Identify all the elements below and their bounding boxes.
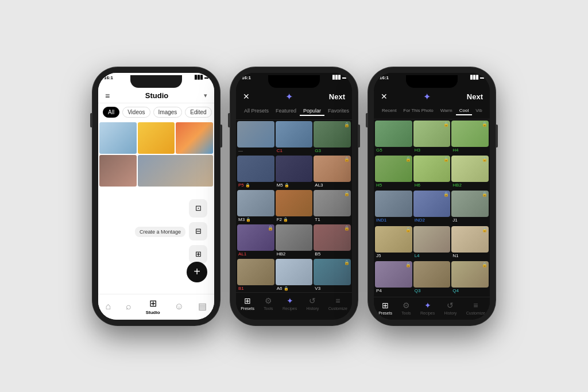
menu-icon[interactable]: ≡ [105,91,110,100]
preset-label-h6: H6 [413,182,451,188]
close-button-3[interactable]: ✕ [381,92,388,101]
preset-tab-vib[interactable]: Vib [472,107,485,115]
preset-thumb-h5: 🔒 [375,156,412,182]
dark-nav-history-3[interactable]: ↺ History [444,301,457,315]
grid-image-2[interactable] [138,122,175,154]
studio-dropdown-icon[interactable]: ▾ [204,92,207,99]
preset-tab-all[interactable]: All Presets [241,107,272,116]
nav-home[interactable]: ⌂ [106,301,111,312]
nav-emoji[interactable]: ☺ [175,301,184,312]
preset-item-h5[interactable]: 🔒 H5 [375,156,412,189]
tab-images[interactable]: Images [153,107,183,118]
presets-label-2: Presets [241,306,254,311]
next-button-2[interactable]: Next [329,92,345,101]
preset-item-f2[interactable]: F2 🔒 [276,190,313,223]
preset-thumb-al1: 🔒 [237,224,274,251]
preset-item-t1[interactable]: 🔒 T1 [314,190,351,223]
preset-item-al3[interactable]: 🔒 AL3 [314,156,351,189]
phone-1-bottom-nav: ⌂ ⌕ ⊞ Studio ☺ ▤ [98,294,214,320]
fab-area: ⊡ ⊟ ⊞ Create a Montage + [98,188,214,294]
nav-studio[interactable]: ⊞ Studio [146,298,160,315]
film-icon-btn[interactable]: ⊞ [189,245,207,263]
discover-icon: ▤ [198,301,207,312]
preset-item-m3[interactable]: M3 🔒 [237,190,274,223]
preset-item-ind1[interactable]: IND1 [375,191,412,224]
recipes-label-3: Recipes [420,311,435,315]
tab-all[interactable]: All [103,107,119,118]
preset-item-ind2[interactable]: 🔒 IND2 [413,191,451,224]
preset-item-p5[interactable]: P5 🔒 [237,156,274,189]
preset-item-b5[interactable]: 🔒 B5 [314,224,351,258]
preset-tab-warm[interactable]: Warm [437,107,456,115]
preset-item-q3[interactable]: Q3 [413,261,451,294]
preset-item-c1[interactable]: C1 [276,121,313,154]
phone-3-screen: 16:1 ▊▊▊ ▬ ✕ ✦ Next Recent For This Phot… [374,73,490,320]
nav-list[interactable]: ▤ [198,301,207,312]
nav-search[interactable]: ⌕ [126,301,131,312]
dark-nav-tools[interactable]: ⚙ Tools [264,296,273,311]
preset-item-a6[interactable]: A6 🔒 [276,259,313,292]
phone-1-screen: 16:1 ▊▊▊ ▬ ≡ Studio ▾ All Videos Images … [98,73,214,320]
status-icons-3: ▊▊▊ ▬ [470,75,484,80]
preset-thumb-m5 [276,156,313,182]
dark-nav-recipes-3[interactable]: ✦ Recipes [420,301,435,315]
preset-item-b1[interactable]: B1 [237,259,274,292]
dark-nav-presets[interactable]: ⊞ Presets [241,296,254,311]
scan-icon-btn[interactable]: ⊡ [189,199,207,218]
preset-item-l4[interactable]: L4 [413,226,451,259]
phone-3-bottom-nav: ⊞ Presets ⚙ Tools ✦ Recipes ↺ History ≡ [374,297,490,320]
preset-item-hb2[interactable]: HB2 [276,224,313,258]
preset-item-hb2-3[interactable]: 🔒 HB2 [451,156,489,189]
history-label-3: History [444,311,457,315]
preset-tabs-3: Recent For This Photo Warm Cool Vib [374,104,490,119]
preset-item-h4[interactable]: 🔒 H4 [451,121,489,154]
dark-nav-tools-3[interactable]: ⚙ Tools [401,301,411,315]
preset-item-v3[interactable]: 🔒 V3 [314,259,351,292]
dark-nav-customize[interactable]: ≡ Customize [328,296,347,311]
grid-image-5[interactable] [138,155,213,187]
preset-item-al1[interactable]: 🔒 AL1 [237,224,274,258]
preset-item-orig[interactable]: — [237,121,274,154]
tab-videos[interactable]: Videos [122,107,150,118]
grid-image-3[interactable] [176,122,213,154]
home-icon: ⌂ [106,301,111,312]
preset-item-n1[interactable]: 🔒 N1 [451,226,489,259]
dark-nav-history[interactable]: ↺ History [307,296,319,311]
preset-item-j1[interactable]: 🔒 J1 [451,191,489,224]
preset-item-h6[interactable]: 🔒 H6 [413,156,451,189]
preset-label-h5: H5 [375,182,412,188]
preset-label-f2: F2 🔒 [276,216,313,223]
preset-label-t1: T1 [314,216,351,223]
preset-thumb-n1: 🔒 [451,226,489,253]
preset-item-m5[interactable]: M5 🔒 [276,156,313,189]
preset-item-g3[interactable]: 🔒 G3 [314,121,351,154]
tab-edited[interactable]: Edited [185,107,211,118]
preset-label-q3: Q3 [413,288,451,294]
preset-item-g5[interactable]: G5 [375,121,412,154]
dark-nav-recipes[interactable]: ✦ Recipes [283,296,297,311]
dark-nav-presets-3[interactable]: ⊞ Presets [378,301,392,315]
preset-item-j5[interactable]: 🔒 J5 [375,226,412,259]
preset-item-p4[interactable]: 🔒 P4 [375,261,412,294]
layout-icon-btn[interactable]: ⊟ [189,222,207,240]
preset-tab-featured[interactable]: Featured [272,107,300,116]
preset-tab-forthisphoto[interactable]: For This Photo [400,107,436,115]
preset-tab-popular[interactable]: Popular [300,107,324,116]
grid-image-4[interactable] [99,155,137,187]
preset-label-n1: N1 [451,253,489,259]
preset-thumb-h4: 🔒 [451,121,489,147]
preset-item-h3[interactable]: 🔒 H3 [413,121,451,154]
community-icon: ☺ [175,301,184,312]
preset-tab-cool[interactable]: Cool [456,107,472,115]
preset-label-a6: A6 🔒 [276,285,313,292]
customize-icon-2: ≡ [335,296,340,305]
preset-tab-favorites[interactable]: Favorites [324,107,352,116]
grid-image-1[interactable] [99,122,137,154]
next-button-3[interactable]: Next [467,92,483,101]
fab-plus-button[interactable]: + [187,262,207,282]
presets-icon-3: ⊞ [382,301,389,310]
preset-tab-recent[interactable]: Recent [378,107,400,115]
close-button-2[interactable]: ✕ [243,92,250,101]
dark-nav-customize-3[interactable]: ≡ Customize [466,301,485,315]
preset-item-q4[interactable]: 🔒 Q4 [451,261,489,294]
